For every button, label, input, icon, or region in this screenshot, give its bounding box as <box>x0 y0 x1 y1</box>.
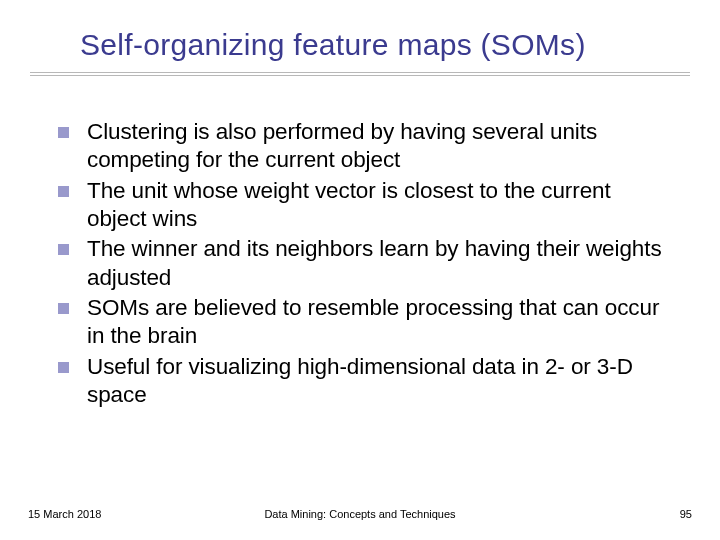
slide: Self-organizing feature maps (SOMs) Clus… <box>0 0 720 540</box>
bullet-text: Clustering is also performed by having s… <box>87 118 670 175</box>
footer-date: 15 March 2018 <box>28 508 101 520</box>
list-item: SOMs are believed to resemble processing… <box>58 294 670 351</box>
content-area: Clustering is also performed by having s… <box>30 118 690 409</box>
square-bullet-icon <box>58 186 69 197</box>
bullet-text: The unit whose weight vector is closest … <box>87 177 670 234</box>
title-underline <box>30 72 690 73</box>
slide-title: Self-organizing feature maps (SOMs) <box>80 28 690 62</box>
bullet-text: SOMs are believed to resemble processing… <box>87 294 670 351</box>
page-number: 95 <box>680 508 692 520</box>
list-item: The unit whose weight vector is closest … <box>58 177 670 234</box>
bullet-text: The winner and its neighbors learn by ha… <box>87 235 670 292</box>
square-bullet-icon <box>58 244 69 255</box>
square-bullet-icon <box>58 362 69 373</box>
square-bullet-icon <box>58 303 69 314</box>
list-item: Clustering is also performed by having s… <box>58 118 670 175</box>
footer-title: Data Mining: Concepts and Techniques <box>264 508 455 520</box>
list-item: The winner and its neighbors learn by ha… <box>58 235 670 292</box>
list-item: Useful for visualizing high-dimensional … <box>58 353 670 410</box>
footer: 15 March 2018 Data Mining: Concepts and … <box>0 508 720 520</box>
square-bullet-icon <box>58 127 69 138</box>
bullet-text: Useful for visualizing high-dimensional … <box>87 353 670 410</box>
